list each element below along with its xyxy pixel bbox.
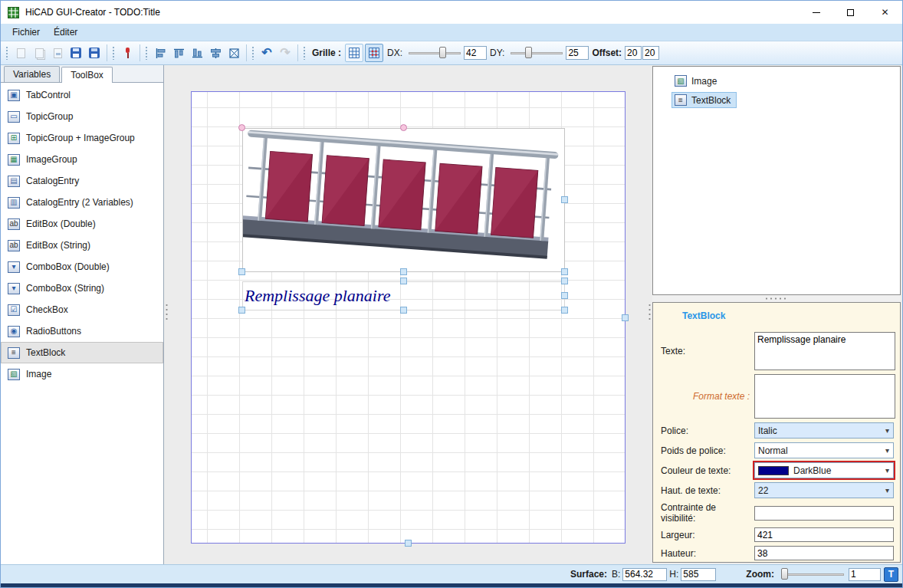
paste-icon[interactable] bbox=[12, 44, 29, 61]
menu-fichier[interactable]: Fichier bbox=[5, 25, 47, 40]
grid-snap-icon[interactable] bbox=[365, 44, 383, 62]
pin-icon[interactable] bbox=[119, 44, 136, 61]
poids-label: Poids de police: bbox=[661, 445, 754, 456]
grid-toggle-icon[interactable] bbox=[345, 44, 363, 62]
maximize-icon[interactable] bbox=[833, 1, 868, 24]
selection-handle[interactable] bbox=[400, 278, 407, 284]
design-page[interactable]: Remplissage planaire bbox=[191, 91, 626, 544]
align-center-icon[interactable] bbox=[207, 44, 224, 61]
topicgroup-imagegroup-icon: ⊞ bbox=[8, 133, 20, 144]
toolbox-item-textblock[interactable]: ≡ TextBlock bbox=[1, 342, 163, 363]
selection-handle[interactable] bbox=[400, 307, 407, 314]
railing-image bbox=[243, 129, 564, 271]
dy-input[interactable] bbox=[566, 46, 589, 60]
hauteur-label: Hauteur: bbox=[661, 548, 754, 559]
right-horizontal-splitter[interactable] bbox=[652, 295, 901, 302]
menubar: Fichier Éditer bbox=[1, 24, 902, 41]
toolbox-item-editbox-double[interactable]: ab EditBox (Double) bbox=[1, 213, 163, 235]
toolbox-item-topicgroup-imagegroup[interactable]: ⊞ TopicGroup + ImageGroup bbox=[1, 127, 163, 149]
grille-label: Grille : bbox=[312, 48, 341, 58]
window-title: HiCAD GUI-Creator - TODO:Title bbox=[25, 7, 799, 18]
outline-item-image[interactable]: ▧ Image bbox=[672, 73, 723, 89]
undo-icon[interactable]: ↶ bbox=[258, 44, 275, 61]
haut-texte-combo[interactable]: 22 ▾ bbox=[754, 482, 894, 498]
toolbox-item-checkbox[interactable]: ☑ CheckBox bbox=[1, 299, 163, 320]
toolbar-grip[interactable] bbox=[251, 46, 254, 60]
selection-handle[interactable] bbox=[561, 196, 568, 203]
app-window: HiCAD GUI-Creator - TODO:Title ✕ Fichier… bbox=[0, 0, 903, 588]
save-icon[interactable] bbox=[67, 44, 84, 61]
import-icon[interactable] bbox=[49, 44, 66, 61]
texte-input[interactable]: Remplissage planaire bbox=[754, 332, 895, 370]
radiobuttons-icon: ◉ bbox=[8, 326, 20, 337]
toolbox-item-image[interactable]: ▧ Image bbox=[1, 363, 163, 385]
toolbox-item-topicgroup[interactable]: ▭ TopicGroup bbox=[1, 106, 163, 127]
image-element[interactable] bbox=[242, 128, 565, 272]
selection-handle[interactable] bbox=[238, 124, 245, 131]
menu-editer[interactable]: Éditer bbox=[47, 25, 84, 40]
toolbox-item-tabcontrol[interactable]: ▣ TabControl bbox=[1, 84, 163, 106]
toolbox-item-catalogentry[interactable]: ▤ CatalogEntry bbox=[1, 170, 163, 192]
dy-slider-thumb[interactable] bbox=[525, 47, 532, 58]
toolbox-item-editbox-string[interactable]: ab EditBox (String) bbox=[1, 235, 163, 256]
largeur-input[interactable] bbox=[754, 527, 894, 542]
selection-handle[interactable] bbox=[238, 268, 245, 275]
surface-b-input[interactable] bbox=[622, 568, 667, 581]
color-swatch bbox=[758, 466, 789, 475]
left-splitter[interactable] bbox=[164, 65, 169, 564]
selection-handle[interactable] bbox=[622, 314, 629, 321]
zoom-input[interactable] bbox=[849, 568, 881, 581]
dx-slider-thumb[interactable] bbox=[439, 47, 446, 58]
selection-handle[interactable] bbox=[400, 124, 407, 131]
selection-handle[interactable] bbox=[561, 292, 568, 299]
selection-handle[interactable] bbox=[561, 268, 568, 275]
close-icon[interactable]: ✕ bbox=[868, 1, 902, 24]
selection-handle[interactable] bbox=[238, 307, 245, 314]
surface-h-input[interactable] bbox=[681, 568, 716, 581]
toolbox-item-catalogentry-2-variables[interactable]: ▥ CatalogEntry (2 Variables) bbox=[1, 192, 163, 213]
redo-icon[interactable]: ↷ bbox=[277, 44, 294, 61]
toolbar-grip[interactable] bbox=[112, 46, 115, 60]
dx-input[interactable] bbox=[464, 46, 487, 60]
format-texte-input[interactable] bbox=[754, 374, 895, 419]
offset-y-input[interactable] bbox=[642, 46, 659, 60]
outline-item-textblock[interactable]: ≡ TextBlock bbox=[672, 92, 737, 108]
toolbox-item-combobox-string[interactable]: ▾ ComboBox (String) bbox=[1, 278, 163, 299]
copy-icon[interactable] bbox=[31, 44, 48, 61]
zoom-slider-thumb[interactable] bbox=[781, 568, 788, 580]
selection-handle[interactable] bbox=[561, 307, 568, 314]
toolbox-item-combobox-double[interactable]: ▾ ComboBox (Double) bbox=[1, 256, 163, 278]
couleur-combo[interactable]: DarkBlue ▾ bbox=[754, 462, 894, 478]
selection-handle[interactable] bbox=[405, 540, 412, 547]
align-bottom-icon[interactable] bbox=[189, 44, 205, 61]
right-splitter[interactable] bbox=[647, 65, 652, 564]
toolbar-grip[interactable] bbox=[303, 46, 306, 60]
tab-toolbox[interactable]: ToolBox bbox=[61, 67, 113, 83]
align-left-icon[interactable] bbox=[152, 44, 169, 61]
selection-handle[interactable] bbox=[400, 268, 407, 275]
selection-handle[interactable] bbox=[561, 278, 568, 284]
editbox-double-icon: ab bbox=[8, 218, 20, 230]
toolbar-grip[interactable] bbox=[145, 46, 148, 60]
dy-slider[interactable] bbox=[509, 46, 564, 60]
contrainte-input[interactable] bbox=[754, 506, 894, 521]
t-toggle-button[interactable]: T bbox=[884, 567, 898, 582]
toolbox-list: ▣ TabControl ▭ TopicGroup ⊞ TopicGroup +… bbox=[1, 83, 163, 564]
minimize-icon[interactable] bbox=[799, 1, 833, 24]
toolbox-item-imagegroup[interactable]: ▦ ImageGroup bbox=[1, 149, 163, 170]
size-to-grid-icon[interactable] bbox=[225, 44, 242, 61]
hauteur-input[interactable] bbox=[754, 546, 894, 560]
zoom-slider[interactable] bbox=[780, 567, 846, 581]
design-canvas[interactable]: Remplissage planaire bbox=[169, 65, 647, 564]
align-top-icon[interactable] bbox=[170, 44, 187, 61]
poids-value: Normal bbox=[758, 445, 882, 456]
offset-x-input[interactable] bbox=[625, 46, 642, 60]
police-combo[interactable]: Italic ▾ bbox=[754, 422, 894, 439]
police-label: Police: bbox=[661, 425, 754, 436]
toolbox-item-radiobuttons[interactable]: ◉ RadioButtons bbox=[1, 320, 163, 342]
save-as-icon[interactable] bbox=[86, 44, 103, 61]
dx-slider[interactable] bbox=[407, 46, 462, 60]
poids-combo[interactable]: Normal ▾ bbox=[754, 442, 894, 458]
toolbar-grip[interactable] bbox=[5, 46, 8, 60]
tab-variables[interactable]: Variables bbox=[4, 66, 60, 82]
